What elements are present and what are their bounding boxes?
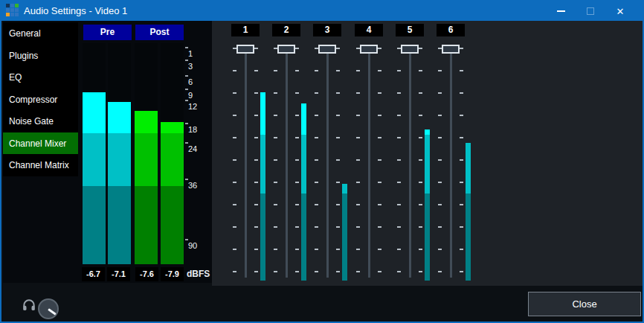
- slider-tick: [419, 204, 422, 205]
- scale-label: 18: [188, 124, 197, 135]
- slider-tick: [460, 182, 463, 183]
- headphones-icon[interactable]: [22, 298, 36, 313]
- slider-tick: [274, 204, 277, 205]
- slider-tick: [336, 226, 340, 228]
- slider-tick: [397, 159, 401, 161]
- scale-label: 9: [188, 90, 193, 100]
- slider-tick: [356, 159, 360, 161]
- channel-slider-track[interactable]: [245, 49, 247, 278]
- slider-tick: [397, 271, 401, 272]
- slider-tick: [254, 92, 258, 94]
- channel-slider-handle[interactable]: [442, 45, 460, 54]
- channel-header-1: 1: [231, 24, 260, 36]
- slider-tick: [397, 204, 401, 205]
- channel-slider-handle[interactable]: [401, 45, 419, 54]
- close-window-button[interactable]: ✕: [605, 1, 635, 21]
- slider-tick: [295, 159, 299, 161]
- slider-tick: [378, 92, 381, 94]
- slider-tick: [378, 204, 381, 205]
- slider-tick: [295, 182, 299, 183]
- slider-tick: [254, 48, 258, 49]
- channel-slider-track[interactable]: [409, 49, 411, 278]
- sidebar-item-channel-mixer[interactable]: Channel Mixer: [3, 132, 78, 155]
- slider-tick: [315, 159, 318, 161]
- channel-slider-handle[interactable]: [318, 45, 336, 54]
- slider-tick: [336, 92, 340, 94]
- slider-tick: [274, 92, 277, 94]
- slider-tick: [378, 115, 381, 116]
- slider-tick: [419, 92, 422, 94]
- scale-label: 12: [188, 101, 197, 112]
- slider-tick: [295, 115, 299, 116]
- sidebar-item-channel-matrix[interactable]: Channel Matrix: [3, 154, 78, 176]
- slider-tick: [419, 182, 422, 183]
- slider-tick: [460, 226, 463, 228]
- sidebar-item-compressor[interactable]: Compressor: [3, 89, 78, 111]
- slider-tick: [356, 271, 360, 272]
- slider-tick: [356, 182, 360, 183]
- slider-tick: [295, 48, 299, 49]
- slider-tick: [254, 249, 258, 250]
- channel-slider-track[interactable]: [286, 49, 288, 278]
- slider-tick: [460, 249, 463, 250]
- app-icon-square: [15, 4, 19, 7]
- slider-tick: [460, 92, 463, 94]
- meter-level-bar: [108, 102, 131, 264]
- slider-tick: [274, 115, 277, 116]
- slider-tick: [397, 137, 401, 138]
- slider-tick: [419, 271, 422, 272]
- slider-tick: [233, 271, 236, 272]
- slider-tick: [315, 226, 318, 228]
- slider-tick: [356, 70, 360, 71]
- slider-tick: [295, 204, 299, 205]
- slider-tick: [397, 115, 401, 116]
- slider-tick: [419, 48, 422, 49]
- close-button[interactable]: Close: [528, 292, 641, 316]
- slider-tick: [419, 70, 422, 71]
- channel-slider-track[interactable]: [326, 49, 329, 278]
- slider-tick: [295, 70, 299, 71]
- app-icon-square: [10, 8, 14, 12]
- audio-settings-window: Audio Settings - Video 1 ✕ GeneralPlugin…: [0, 0, 644, 323]
- knob-pointer: [48, 308, 57, 315]
- sidebar-item-general[interactable]: General: [3, 22, 78, 45]
- slider-tick: [315, 70, 318, 71]
- minimize-button[interactable]: [546, 1, 576, 21]
- slider-tick: [438, 271, 442, 272]
- slider-tick: [315, 115, 318, 116]
- slider-tick: [274, 159, 277, 161]
- sidebar-item-noise-gate[interactable]: Noise Gate: [3, 110, 78, 132]
- slider-tick: [397, 70, 401, 71]
- channel-level-bar: [342, 184, 347, 281]
- channel-slider-handle[interactable]: [236, 45, 254, 54]
- sidebar-item-eq[interactable]: EQ: [3, 66, 78, 89]
- slider-tick: [274, 70, 277, 71]
- channel-slider-track[interactable]: [368, 49, 370, 278]
- slider-tick: [460, 159, 463, 161]
- channel-slider-handle[interactable]: [360, 45, 378, 54]
- app-icon-square: [6, 8, 10, 12]
- channel-header-2: 2: [272, 24, 300, 36]
- slider-tick: [438, 226, 442, 228]
- meter-readout: -7.9: [161, 267, 184, 281]
- slider-tick: [233, 204, 236, 205]
- channel-header-5: 5: [396, 24, 424, 36]
- slider-tick: [315, 182, 318, 183]
- sidebar-item-plugins[interactable]: Plugins: [3, 45, 78, 67]
- scale-label: 3: [188, 61, 193, 71]
- channel-slider-handle[interactable]: [277, 45, 295, 54]
- slider-tick: [356, 92, 360, 94]
- slider-tick: [254, 159, 258, 161]
- slider-tick: [378, 249, 381, 250]
- slider-tick: [233, 137, 236, 138]
- meter-group-header-pre: Pre: [83, 25, 132, 40]
- titlebar[interactable]: Audio Settings - Video 1 ✕: [1, 1, 643, 21]
- slider-tick: [438, 115, 442, 116]
- slider-tick: [254, 182, 258, 183]
- channel-slider-track[interactable]: [450, 49, 452, 278]
- headphone-volume-knob[interactable]: [38, 298, 59, 319]
- channel-header-3: 3: [313, 24, 341, 36]
- maximize-icon: [587, 7, 594, 15]
- slider-tick: [438, 137, 442, 138]
- slider-tick: [397, 182, 401, 183]
